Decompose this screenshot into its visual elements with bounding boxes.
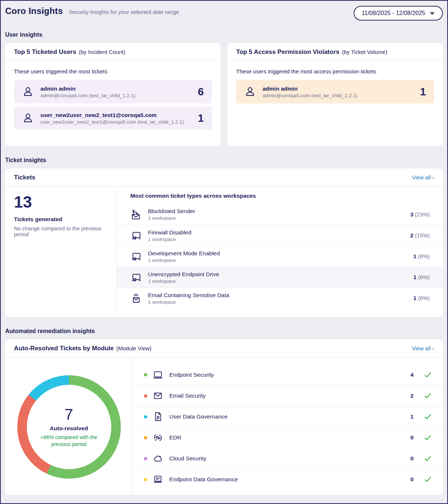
ticket-type-row[interactable]: Firewall Disabled 1 workspace 2 (15%) (117, 225, 443, 246)
ticketed-user-row[interactable]: admin admin admin@coroqa5.com (test_lar_… (14, 80, 212, 103)
check-icon (424, 475, 432, 483)
check-icon (424, 454, 432, 463)
module-color-dot (144, 394, 147, 398)
card-description: These users triggered the most tickets (14, 68, 212, 74)
user-icon (22, 112, 35, 124)
user-icon (22, 86, 35, 98)
violator-user-row[interactable]: admin admin admin@coroqa5.com (test_lar_… (236, 80, 434, 103)
tickets-trend-text: No change compared to the previous perio… (14, 226, 108, 237)
top-ticketed-users-card: Top 5 Ticketed Users (by Incident Count)… (5, 43, 221, 146)
page-title: Coro Insights (5, 6, 63, 16)
module-row[interactable]: Endpoint Security 4 (133, 364, 443, 385)
ticket-type-label: Email Containing Sensitive Data (148, 292, 413, 299)
user-name: admin admin (40, 85, 194, 92)
module-color-dot (144, 373, 147, 376)
module-count: 0 (410, 434, 413, 441)
user-ticket-count: 6 (198, 86, 204, 98)
module-row[interactable]: Cloud Security 0 (133, 448, 443, 469)
ticket-type-row[interactable]: Unencrypted Endpoint Drive 1 workspace 1… (117, 267, 443, 288)
module-row[interactable]: Email Security 2 (133, 385, 443, 406)
chevron-right-icon: › (432, 345, 434, 351)
module-row[interactable]: User Data Governance 1 (133, 406, 443, 427)
chevron-right-icon: › (432, 174, 434, 180)
ticket-type-label: Unencrypted Endpoint Drive (148, 271, 413, 278)
card-title: Top 5 Access Permission Violators (236, 48, 339, 56)
tickets-generated-label: Tickets generated (14, 216, 108, 223)
ticket-type-label: Development Mode Enabled (148, 250, 413, 257)
endpoint-security-icon (152, 369, 164, 380)
user-icon (244, 86, 257, 98)
device-warning-icon (130, 230, 143, 241)
check-icon (424, 434, 432, 442)
ticketed-user-row[interactable]: user_new2user_new2_test1@coroqa5.com use… (14, 106, 212, 130)
date-range-value: 11/08/2025 - 12/08/2025 (362, 10, 425, 17)
check-icon (424, 392, 432, 400)
check-icon (424, 413, 432, 421)
ticket-type-workspaces: 1 workspace (148, 299, 413, 305)
ticket-type-label: Blocklisted Sender (148, 208, 410, 215)
module-color-dot (144, 478, 147, 481)
module-label: Endpoint Data Governance (169, 476, 410, 483)
user-name: admin admin (263, 85, 416, 92)
module-count: 0 (410, 476, 413, 483)
section-user-insights: User insights (5, 32, 443, 38)
auto-resolved-view-all-link[interactable]: View all › (412, 345, 434, 351)
auto-resolved-count: 7 (65, 406, 73, 423)
ticket-types-list: Most common ticket types across workspac… (117, 186, 443, 317)
card-description: These users triggered the most access pe… (236, 68, 434, 74)
module-label: Endpoint Security (169, 372, 410, 378)
date-range-picker[interactable]: 11/08/2025 - 12/08/2025 (354, 6, 443, 21)
ticket-type-count: 3 (23%) (410, 211, 430, 218)
check-icon (424, 371, 432, 379)
auto-resolved-donut: 7 Auto-resolved +86% compared with the p… (17, 375, 121, 479)
card-title: Auto-Resolved Tickets by Module (14, 345, 114, 352)
module-color-dot (144, 436, 147, 439)
ticket-type-row[interactable]: Email Containing Sensitive Data 1 worksp… (117, 288, 443, 308)
email-security-icon (152, 390, 164, 401)
ticket-type-count: 2 (15%) (410, 232, 430, 239)
coro-insights-page: Coro Insights Security insights for your… (0, 0, 448, 504)
ticket-type-workspaces: 1 workspace (148, 258, 413, 263)
module-color-dot (144, 415, 147, 419)
tickets-card: Tickets View all › 13 Tickets generated … (5, 168, 443, 317)
email-sensitive-icon (130, 292, 143, 304)
module-count: 2 (410, 392, 413, 399)
ticket-types-title: Most common ticket types across workspac… (117, 193, 443, 199)
ticket-type-row[interactable]: Development Mode Enabled 1 workspace 1 (… (117, 246, 443, 267)
section-automated-remediation: Automated remediation insights (5, 328, 443, 335)
ticket-type-row[interactable]: Blocklisted Sender 1 workspace 3 (23%) (117, 204, 443, 225)
module-row[interactable]: Endpoint Data Governance 0 (133, 469, 443, 490)
user-detail: admin@coroqa5.com (test_lar_child_1.2.1) (40, 93, 194, 98)
auto-resolved-trend: +86% compared with the previous period (36, 434, 102, 448)
card-title-note: (Module View) (116, 345, 152, 351)
module-label: User Data Governance (169, 413, 410, 420)
ticket-type-count: 1 (8%) (413, 274, 430, 281)
module-list: Endpoint Security 4 Email Security 2 (133, 357, 443, 495)
module-color-dot (144, 457, 147, 460)
blocklisted-sender-icon (130, 209, 143, 220)
chevron-down-icon (430, 12, 435, 15)
device-warning-icon (130, 251, 143, 262)
module-label: Email Security (169, 392, 410, 399)
card-title-note: (by Incident Count) (79, 49, 125, 55)
card-title: Tickets (14, 174, 35, 181)
top-access-violators-card: Top 5 Access Permission Violators (by Ti… (227, 43, 443, 146)
module-row[interactable]: EDR 0 (133, 427, 443, 448)
ticket-type-workspaces: 1 workspace (148, 237, 410, 242)
tickets-generated-count: 13 (14, 193, 108, 212)
module-label: EDR (169, 434, 410, 441)
card-title-note: (by Ticket Volume) (342, 49, 387, 55)
user-data-governance-icon (152, 411, 164, 422)
tickets-view-all-link[interactable]: View all › (412, 174, 434, 180)
ticket-type-workspaces: 1 workspace (148, 278, 413, 284)
tickets-summary: 13 Tickets generated No change compared … (5, 186, 117, 317)
edr-icon (152, 432, 164, 443)
module-count: 0 (410, 455, 413, 462)
device-warning-icon (130, 271, 143, 283)
page-header: Coro Insights Security insights for your… (5, 1, 443, 21)
page-subtitle: Security insights for your selected date… (69, 9, 179, 15)
user-ticket-count: 1 (420, 86, 426, 98)
module-count: 4 (410, 372, 413, 378)
ticket-type-count: 1 (8%) (413, 295, 430, 302)
auto-resolved-label: Auto-resolved (50, 425, 88, 432)
